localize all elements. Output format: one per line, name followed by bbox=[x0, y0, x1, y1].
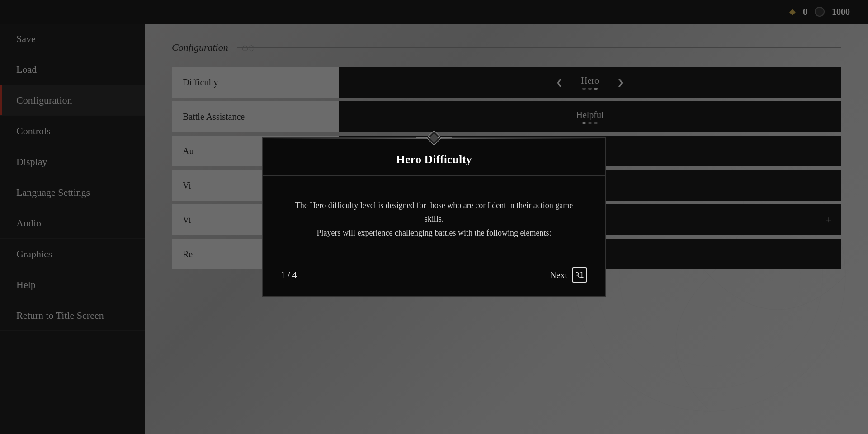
modal-body: The Hero difficulty level is designed fo… bbox=[263, 176, 605, 258]
modal-next-button[interactable]: Next R1 bbox=[550, 267, 587, 283]
modal-text: The Hero difficulty level is designed fo… bbox=[290, 198, 578, 240]
modal-footer: 1 / 4 Next R1 bbox=[263, 258, 605, 296]
modal-top-ornament bbox=[416, 130, 452, 148]
modal-page-indicator: 1 / 4 bbox=[281, 270, 297, 280]
hero-difficulty-modal: Hero Difficulty The Hero difficulty leve… bbox=[262, 137, 606, 297]
modal-title: Hero Difficulty bbox=[281, 153, 587, 166]
modal-overlay[interactable]: Hero Difficulty The Hero difficulty leve… bbox=[0, 0, 868, 434]
r1-badge: R1 bbox=[572, 267, 587, 283]
